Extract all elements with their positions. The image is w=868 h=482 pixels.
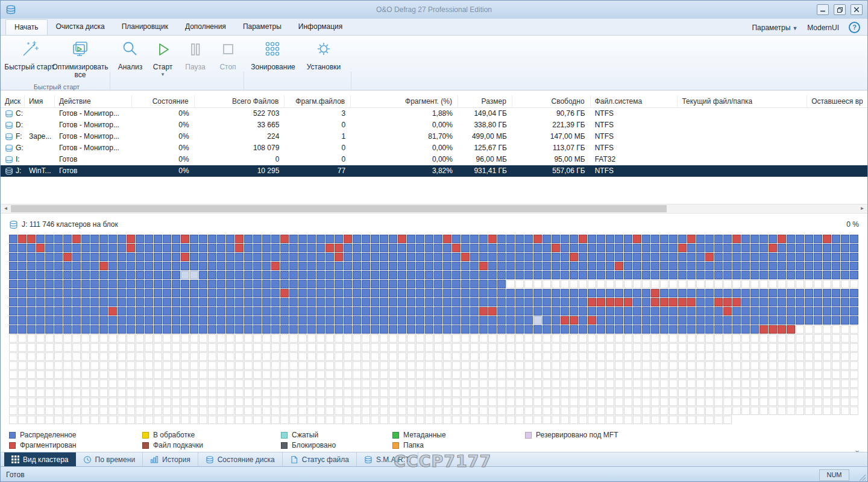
ribbon-tab-addons[interactable]: Дополнения <box>177 19 234 35</box>
cluster-block <box>217 370 225 379</box>
cluster-block <box>705 298 714 306</box>
settings-button[interactable]: Установки <box>298 38 349 83</box>
cluster-block <box>579 416 587 424</box>
close-button[interactable] <box>851 4 863 15</box>
cluster-block <box>561 325 569 334</box>
cell <box>25 108 55 119</box>
column-header-10[interactable]: Текущий файл/папка <box>678 95 807 107</box>
cluster-block <box>533 262 542 270</box>
cluster-block <box>561 262 569 270</box>
column-header-9[interactable]: Файл.система <box>591 95 678 107</box>
cluster-map-row <box>9 244 860 253</box>
cluster-block <box>353 379 361 388</box>
optimize-all-label: Оптимизировать все <box>52 63 108 79</box>
cluster-block <box>72 416 81 424</box>
disk-row-I[interactable]: I:Готов0%000,00%96,00 МБ95,00 МБFAT32 <box>1 154 867 165</box>
cluster-block <box>434 388 442 397</box>
cluster-block <box>615 334 623 343</box>
ribbon-tab-disk-cleanup[interactable]: Очистка диска <box>48 19 113 35</box>
column-header-11[interactable]: Оставшееся вр <box>807 95 867 107</box>
scrollbar-thumb[interactable] <box>11 205 667 212</box>
cluster-block <box>398 280 406 288</box>
column-header-0[interactable]: Диск <box>1 95 25 107</box>
ribbon-tab-info[interactable]: Информация <box>290 19 351 35</box>
view-tab-cluster-view[interactable]: Вид кластера <box>4 452 76 466</box>
disk-row-G[interactable]: G:Готов - Монитор...0%108 07900,00%125,6… <box>1 142 867 154</box>
cluster-block <box>434 325 442 334</box>
column-header-5[interactable]: Фрагм.файлов <box>285 95 351 107</box>
cluster-block <box>416 352 424 361</box>
column-header-1[interactable]: Имя <box>25 95 55 107</box>
start-dropdown-icon[interactable]: ▼ <box>160 72 165 77</box>
column-header-6[interactable]: Фрагмент. (%) <box>351 95 458 107</box>
cluster-block <box>814 352 822 361</box>
smart-icon <box>364 455 373 464</box>
cluster-block <box>714 370 723 379</box>
legend-swatch <box>392 432 399 439</box>
options-dropdown[interactable]: Параметры▼ <box>752 24 797 32</box>
cluster-map[interactable] <box>9 235 860 427</box>
disk-row-F[interactable]: F:Заре...Готов - Монитор...0%224181,70%4… <box>1 131 867 142</box>
cluster-block <box>687 334 696 343</box>
analyze-button[interactable]: Анализ <box>114 38 146 83</box>
maximize-button[interactable] <box>834 4 846 15</box>
help-icon[interactable]: ? <box>849 22 860 33</box>
scroll-left-arrow-icon[interactable]: ◄ <box>1 205 11 213</box>
cluster-block <box>99 407 108 415</box>
cluster-block <box>823 370 831 379</box>
cluster-block <box>416 416 424 424</box>
cluster-block <box>561 416 569 424</box>
cluster-block <box>81 343 90 352</box>
view-tab-time-view[interactable]: По времени <box>76 452 143 466</box>
cluster-block <box>45 244 54 252</box>
column-header-2[interactable]: Действие <box>55 95 132 107</box>
column-header-3[interactable]: Состояние <box>132 95 195 107</box>
quick-start-button[interactable]: Быстрый старт <box>4 38 55 83</box>
disk-row-D[interactable]: D:Готов - Монитор...0%33 66500,00%338,80… <box>1 119 867 131</box>
cluster-block <box>45 379 54 388</box>
resize-grip[interactable] <box>858 474 866 481</box>
cluster-block <box>570 235 578 243</box>
cluster-block <box>606 361 614 370</box>
view-tab-history[interactable]: История <box>143 452 198 466</box>
ribbon-tab-start[interactable]: Начать <box>5 19 48 35</box>
cluster-block <box>425 253 433 261</box>
cluster-block <box>172 379 180 388</box>
column-header-7[interactable]: Размер <box>458 95 512 107</box>
cluster-block <box>805 370 813 379</box>
start-button[interactable]: Старт ▼ <box>146 38 179 83</box>
cluster-block <box>778 325 786 334</box>
cluster-block <box>108 253 117 261</box>
cluster-block <box>371 361 379 370</box>
legend-item: Блокировано <box>281 441 392 449</box>
cluster-block <box>307 235 316 243</box>
disk-row-J[interactable]: J:WinT...Готов0%10 295773,82%931,41 ГБ55… <box>1 165 867 177</box>
minimize-button[interactable] <box>817 4 829 15</box>
scroll-right-arrow-icon[interactable]: ► <box>857 205 867 213</box>
cluster-block <box>561 298 569 306</box>
cluster-block <box>208 325 216 334</box>
cluster-block <box>63 289 72 297</box>
cluster-block <box>642 352 650 361</box>
cluster-block <box>778 289 786 297</box>
disk-row-C[interactable]: C:Готов - Монитор...0%522 70331,88%149,0… <box>1 108 867 119</box>
cluster-block <box>190 388 198 397</box>
modernui-toggle[interactable]: ModernUI <box>807 24 839 32</box>
cluster-block <box>371 343 379 352</box>
stop-button[interactable]: Стоп <box>212 38 244 83</box>
cluster-block <box>814 280 822 288</box>
pause-button[interactable]: Пауза <box>179 38 212 83</box>
view-tab-file-status[interactable]: Статус файла <box>283 452 357 466</box>
optimize-all-button[interactable]: Оптимизировать все <box>55 38 105 83</box>
cluster-block <box>371 398 379 406</box>
zoning-button[interactable]: Зонирование <box>248 38 298 83</box>
ribbon-tab-scheduler[interactable]: Планировщик <box>113 19 177 35</box>
ribbon-tab-options[interactable]: Параметры <box>234 19 290 35</box>
cluster-block <box>714 307 723 316</box>
horizontal-scrollbar[interactable]: ◄ ► <box>1 204 867 214</box>
cluster-block <box>9 407 17 415</box>
column-header-8[interactable]: Свободно <box>512 95 591 107</box>
view-tab-disk-state[interactable]: Состояние диска <box>198 452 283 466</box>
column-header-4[interactable]: Всего Файлов <box>195 95 285 107</box>
cluster-block <box>271 416 280 424</box>
